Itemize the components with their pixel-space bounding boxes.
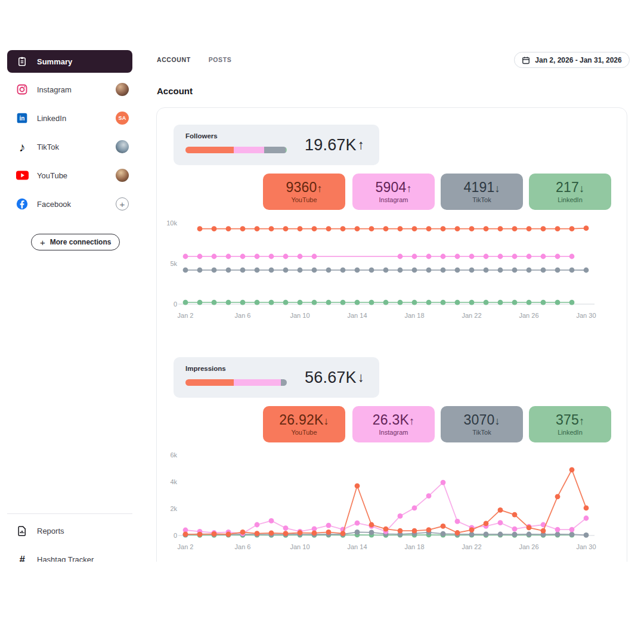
svg-text:Jan 2: Jan 2 xyxy=(178,312,194,319)
platform-label: TikTok xyxy=(472,429,491,436)
tab-account[interactable]: ACCOUNT xyxy=(157,56,191,63)
linkedin-icon: in xyxy=(16,112,29,125)
platform-label: Instagram xyxy=(379,429,408,436)
impressions-line-chart: 02k4k6kJan 2Jan 6Jan 10Jan 14Jan 18Jan 2… xyxy=(162,444,624,554)
date-range-picker[interactable]: Jan 2, 2026 - Jan 31, 2026 xyxy=(514,52,630,68)
sidebar-item-label: Hashtag Tracker xyxy=(37,555,94,562)
linkedin-avatar-badge: SA xyxy=(116,112,129,125)
svg-text:Jan 14: Jan 14 xyxy=(347,543,367,550)
svg-text:Jan 6: Jan 6 xyxy=(235,312,251,319)
followers-line-chart: 05k10kJan 2Jan 6Jan 10Jan 14Jan 18Jan 22… xyxy=(162,214,624,321)
impressions-summary-card: Impressions 56.67K↓ xyxy=(174,357,379,398)
followers-stat-linkedin: 217↓ LinkedIn xyxy=(529,174,611,210)
bar-segment-youtube xyxy=(185,147,234,153)
svg-text:10k: 10k xyxy=(166,219,177,227)
youtube-avatar xyxy=(116,169,129,182)
impressions-stat-youtube: 26.92K↓ YouTube xyxy=(263,406,345,442)
sidebar-item-label: Reports xyxy=(37,527,64,535)
svg-text:Jan 18: Jan 18 xyxy=(404,312,424,319)
platform-label: YouTube xyxy=(291,429,317,436)
impressions-stat-instagram: 26.3K↑ Instagram xyxy=(352,406,435,442)
svg-text:Jan 30: Jan 30 xyxy=(576,312,596,319)
hashtag-icon: # xyxy=(16,553,29,562)
trend-up-icon: ↑ xyxy=(406,182,411,194)
trend-down-icon: ↓ xyxy=(323,415,329,427)
svg-text:0: 0 xyxy=(174,301,177,308)
svg-text:in: in xyxy=(20,115,25,122)
sidebar-item-label: TikTok xyxy=(37,143,59,151)
svg-text:Jan 26: Jan 26 xyxy=(519,543,538,550)
sidebar-item-facebook[interactable]: Facebook + xyxy=(7,190,132,218)
followers-stat-row: 9360↑ YouTube 5904↑ Instagram 4191↓ TikT… xyxy=(263,174,611,210)
bar-segment-youtube xyxy=(185,379,234,386)
svg-text:5k: 5k xyxy=(170,260,177,267)
sidebar-item-label: YouTube xyxy=(37,171,67,180)
sidebar-item-hashtag-tracker[interactable]: # Hashtag Tracker xyxy=(7,545,132,562)
svg-text:Jan 14: Jan 14 xyxy=(347,312,367,319)
impressions-label: Impressions xyxy=(185,365,226,372)
platform-label: YouTube xyxy=(291,196,317,203)
trend-down-icon: ↓ xyxy=(579,182,584,194)
svg-text:6k: 6k xyxy=(170,451,177,459)
sidebar-item-summary[interactable]: Summary xyxy=(7,50,132,73)
followers-distribution-bar xyxy=(185,147,287,153)
sidebar-item-label: Instagram xyxy=(37,85,72,94)
trend-up-icon: ↑ xyxy=(317,182,322,194)
sidebar-item-youtube[interactable]: YouTube xyxy=(7,161,132,190)
followers-stat-youtube: 9360↑ YouTube xyxy=(263,174,345,210)
svg-text:Jan 10: Jan 10 xyxy=(290,543,309,550)
facebook-icon xyxy=(16,197,29,210)
youtube-icon xyxy=(16,169,29,182)
sidebar-item-linkedin[interactable]: in LinkedIn SA xyxy=(7,104,132,132)
instagram-avatar xyxy=(116,83,129,96)
clipboard-icon xyxy=(16,55,29,68)
svg-text:4k: 4k xyxy=(170,478,177,485)
svg-text:0: 0 xyxy=(174,532,177,539)
tab-posts[interactable]: POSTS xyxy=(209,56,232,63)
tiktok-avatar xyxy=(116,140,129,153)
svg-text:Jan 22: Jan 22 xyxy=(462,312,481,319)
calendar-icon xyxy=(522,56,530,64)
svg-text:2k: 2k xyxy=(170,505,177,512)
more-connections-label: More connections xyxy=(50,238,112,246)
trend-down-icon: ↓ xyxy=(494,415,500,427)
impressions-stat-tiktok: 3070↓ TikTok xyxy=(441,406,523,442)
trend-up-icon: ↑ xyxy=(579,415,584,427)
reports-icon xyxy=(16,524,29,537)
impressions-stat-linkedin: 375↑ LinkedIn xyxy=(529,406,611,442)
bar-segment-linkedin xyxy=(286,147,287,153)
impressions-distribution-bar xyxy=(185,379,287,386)
sidebar-item-instagram[interactable]: Instagram xyxy=(7,75,132,104)
dashboard: Summary Instagram in LinkedIn SA xyxy=(0,0,644,562)
platform-label: TikTok xyxy=(472,196,491,203)
sidebar-item-label: LinkedIn xyxy=(37,114,66,123)
plus-icon: + xyxy=(40,237,45,247)
followers-stat-tiktok: 4191↓ TikTok xyxy=(441,174,523,210)
svg-text:Jan 6: Jan 6 xyxy=(235,543,251,550)
platform-label: LinkedIn xyxy=(558,429,583,436)
platform-label: LinkedIn xyxy=(558,196,583,203)
tiktok-icon: ♪ xyxy=(16,140,29,153)
sidebar-item-label: Summary xyxy=(37,57,72,66)
instagram-icon xyxy=(16,83,29,96)
bar-segment-tiktok xyxy=(281,379,287,386)
date-range-label: Jan 2, 2026 - Jan 31, 2026 xyxy=(535,56,621,64)
followers-label: Followers xyxy=(185,132,218,140)
page-title: Account xyxy=(157,86,193,96)
trend-up-icon: ↑ xyxy=(358,137,364,153)
svg-text:Jan 30: Jan 30 xyxy=(576,543,596,550)
more-connections-button[interactable]: + More connections xyxy=(31,234,120,250)
trend-down-icon: ↓ xyxy=(358,370,364,385)
trend-down-icon: ↓ xyxy=(494,182,500,194)
sidebar-item-tiktok[interactable]: ♪ TikTok xyxy=(7,132,132,161)
followers-total: 19.67K↑ xyxy=(293,125,376,165)
add-account-icon[interactable]: + xyxy=(116,197,129,210)
trend-up-icon: ↑ xyxy=(409,415,414,427)
svg-text:Jan 18: Jan 18 xyxy=(404,543,424,550)
platform-label: Instagram xyxy=(379,196,408,203)
sidebar-item-reports[interactable]: Reports xyxy=(7,516,132,545)
svg-text:Jan 22: Jan 22 xyxy=(462,543,481,550)
bar-segment-instagram xyxy=(234,379,281,386)
svg-text:Jan 2: Jan 2 xyxy=(178,543,194,550)
impressions-total: 56.67K↓ xyxy=(293,357,376,398)
